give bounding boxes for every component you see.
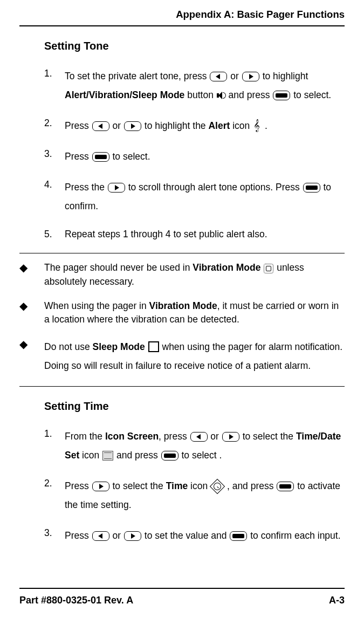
diamond-bullet-icon: ◆ [19, 261, 44, 273]
speaker-icon [217, 91, 225, 100]
text: to select the [110, 480, 166, 491]
text: to confirm each input. [248, 530, 340, 541]
vibration-icon [264, 264, 273, 273]
text: , and press [224, 480, 276, 491]
time-clock-icon [210, 479, 225, 494]
step-2: Press or to highlight the Alert icon . [44, 116, 345, 135]
text: and press [226, 90, 273, 100]
left-arrow-button-icon [92, 121, 109, 131]
text: From the [65, 431, 105, 442]
note-vibration-mode-caution: ◆ The pager should never be used in Vibr… [19, 261, 345, 289]
text: When using the pager in [44, 300, 149, 311]
text: , press [159, 431, 189, 442]
time-step-2: Press to select the Time icon , and pres… [44, 477, 345, 514]
text: icon [79, 450, 102, 461]
text: or [228, 71, 241, 81]
right-arrow-button-icon [124, 121, 141, 131]
text: or [208, 431, 222, 442]
time-date-set-icon [102, 451, 113, 461]
time-step-3: Press or to set the value and to confirm… [44, 526, 345, 545]
step-3: Press to select. [44, 147, 345, 166]
select-button-icon [273, 91, 290, 100]
setting-time-steps: From the Icon Screen, press or to select… [44, 427, 345, 545]
text: The pager should never be used in [44, 262, 193, 273]
diamond-bullet-icon: ◆ [19, 338, 44, 349]
left-arrow-button-icon [210, 72, 227, 81]
sleep-mode-icon [148, 341, 159, 352]
header-rule [19, 25, 345, 26]
time-label: Time [166, 480, 188, 491]
step-5: Repeat steps 1 through 4 to set public a… [44, 228, 345, 241]
select-button-icon [277, 482, 294, 491]
text: to highlight the [142, 120, 209, 131]
left-arrow-button-icon [190, 432, 208, 442]
text: to set the value and [142, 530, 229, 541]
page-footer: Part #880-0325-01 Rev. A A-3 [19, 588, 345, 607]
text: Press [65, 151, 92, 162]
alert-vibration-sleep-mode-label: Alert/Vibration/Sleep Mode [65, 90, 184, 100]
text: Press [65, 480, 92, 491]
left-arrow-button-icon [92, 531, 109, 541]
page-number: A-3 [329, 593, 345, 607]
text: Repeat steps 1 through 4 to set public a… [65, 229, 267, 239]
select-button-icon [92, 152, 109, 162]
section-heading-setting-tone: Setting Tone [44, 38, 345, 54]
vibration-mode-label: Vibration Mode [149, 300, 217, 311]
vibration-mode-label: Vibration Mode [193, 262, 260, 273]
text: . [262, 120, 267, 131]
text: Do not use [44, 341, 93, 352]
part-number: Part #880-0325-01 Rev. A [19, 593, 133, 607]
text: or [110, 530, 123, 541]
text: and press [114, 450, 161, 461]
text: To set the private alert tone, press [65, 71, 209, 81]
section-heading-setting-time: Setting Time [44, 399, 345, 414]
diamond-bullet-icon: ◆ [19, 299, 44, 311]
sleep-mode-label: Sleep Mode [93, 341, 145, 352]
right-arrow-button-icon [124, 531, 141, 541]
text: to highlight [260, 71, 308, 81]
right-arrow-button-icon [108, 183, 125, 193]
text: to select the [240, 431, 296, 442]
text: Press the [65, 182, 107, 193]
right-arrow-button-icon [222, 432, 239, 442]
step-1: To set the private alert tone, press or … [44, 67, 345, 105]
text: or [110, 120, 123, 131]
alert-label: Alert [208, 120, 230, 131]
right-arrow-button-icon [92, 482, 109, 491]
select-button-icon [303, 183, 320, 193]
text: icon [230, 120, 252, 131]
select-button-icon [161, 451, 178, 461]
time-step-1: From the Icon Screen, press or to select… [44, 427, 345, 465]
select-button-icon [230, 531, 247, 541]
text: Press [65, 530, 92, 541]
step-4: Press the to scroll through alert tone o… [44, 178, 345, 216]
text: to select . [179, 450, 222, 461]
setting-tone-steps: To set the private alert tone, press or … [44, 67, 345, 241]
note-vibration-mode-carry: ◆ When using the pager in Vibration Mode… [19, 299, 345, 327]
note-sleep-mode-caution: ◆ Do not use Sleep Mode when using the p… [19, 338, 345, 375]
text: button [184, 90, 216, 100]
text: icon [188, 480, 210, 491]
text: to scroll through alert tone options. Pr… [126, 182, 303, 193]
text: Press [65, 120, 92, 131]
music-note-icon [253, 121, 261, 132]
icon-screen-label: Icon Screen [105, 431, 159, 442]
right-arrow-button-icon [242, 72, 259, 81]
caution-notes: ◆ The pager should never be used in Vibr… [19, 253, 345, 387]
running-header: Appendix A: Basic Pager Functions [19, 8, 345, 22]
text: to select. [291, 90, 331, 100]
text: to select. [110, 151, 150, 162]
